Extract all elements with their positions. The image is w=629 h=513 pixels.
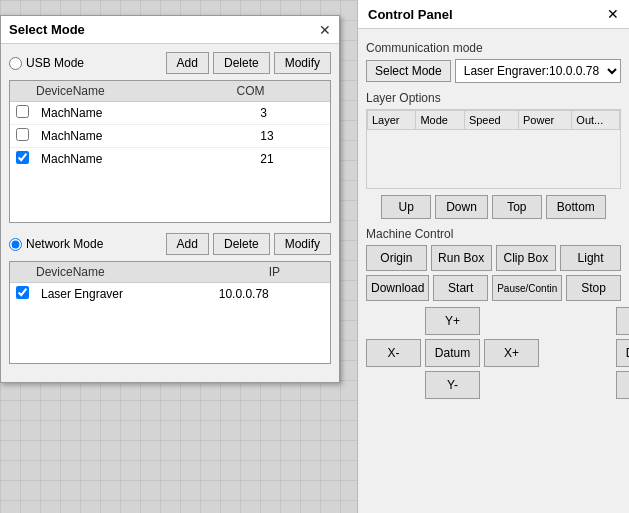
top-button[interactable]: Top (492, 195, 542, 219)
net-row-checkbox[interactable] (16, 286, 29, 299)
usb-mode-text: USB Mode (26, 56, 84, 70)
engraver-dropdown[interactable]: Laser Engraver:10.0.0.78 (455, 59, 621, 83)
usb-device-row[interactable]: MachName 3 (10, 102, 330, 125)
bottom-button[interactable]: Bottom (546, 195, 606, 219)
layer-col-power: Power (519, 111, 572, 130)
clip-box-button[interactable]: Clip Box (496, 245, 557, 271)
select-mode-dialog: Select Mode ✕ USB Mode Add Delete Modify… (0, 15, 340, 383)
machine-btns-row1: Origin Run Box Clip Box Light (366, 245, 621, 271)
datum-right-button[interactable]: Datum (616, 339, 629, 367)
stop-button[interactable]: Stop (566, 275, 621, 301)
x-minus-button[interactable]: X- (366, 339, 421, 367)
jog-empty-4 (557, 339, 612, 367)
pause-continue-button[interactable]: Pause/Contin (492, 275, 562, 301)
y-minus-button[interactable]: Y- (425, 371, 480, 399)
cp-titlebar: Control Panel ✕ (358, 0, 629, 29)
usb-modify-button[interactable]: Modify (274, 52, 331, 74)
up-button[interactable]: Up (381, 195, 431, 219)
usb-row-checkbox[interactable] (16, 151, 29, 164)
usb-col-devicename: DeviceName (30, 81, 231, 102)
y-plus-button[interactable]: Y+ (425, 307, 480, 335)
net-row-ip: 10.0.0.78 (213, 283, 330, 305)
dialog-body: USB Mode Add Delete Modify DeviceName CO… (1, 44, 339, 382)
net-col-devicename: DeviceName (30, 262, 263, 283)
dialog-title: Select Mode (9, 22, 85, 37)
layer-col-speed: Speed (464, 111, 518, 130)
net-table-body: Laser Engraver 10.0.0.78 (10, 283, 330, 363)
z-plus-button[interactable]: Z+ (616, 307, 629, 335)
usb-row-com: 3 (254, 102, 330, 125)
usb-row-com: 21 (254, 148, 330, 171)
usb-add-button[interactable]: Add (166, 52, 209, 74)
layer-table-wrap: Layer Mode Speed Power Out... (366, 109, 621, 189)
usb-device-row[interactable]: MachName 21 (10, 148, 330, 171)
jog-divider-1 (543, 307, 553, 335)
cp-title: Control Panel (368, 7, 453, 22)
machine-section-label: Machine Control (366, 227, 621, 241)
datum-left-button[interactable]: Datum (425, 339, 480, 367)
usb-device-row[interactable]: MachName 13 (10, 125, 330, 148)
comm-section-label: Communication mode (366, 41, 621, 55)
jog-divider-3 (543, 371, 553, 399)
jog-grid: Y+ Z+ X- Datum X+ Datum Y- Z- (366, 307, 621, 399)
origin-button[interactable]: Origin (366, 245, 427, 271)
usb-row-checkbox[interactable] (16, 105, 29, 118)
jog-empty-1 (366, 307, 421, 335)
run-box-button[interactable]: Run Box (431, 245, 492, 271)
usb-device-table: DeviceName COM MachName 3 MachName 13 Ma… (9, 80, 331, 223)
usb-row-com: 13 (254, 125, 330, 148)
nav-btn-row: Up Down Top Bottom (366, 195, 621, 219)
usb-row-name: MachName (35, 102, 254, 125)
usb-col-com: COM (231, 81, 330, 102)
usb-row-name: MachName (35, 125, 254, 148)
jog-divider-2 (543, 339, 553, 367)
network-mode-radio[interactable] (9, 238, 22, 251)
network-mode-label[interactable]: Network Mode (9, 237, 103, 251)
usb-mode-label[interactable]: USB Mode (9, 56, 84, 70)
net-add-button[interactable]: Add (166, 233, 209, 255)
light-button[interactable]: Light (560, 245, 621, 271)
jog-empty-2 (484, 307, 539, 335)
machine-btns-row2: Download Start Pause/Contin Stop (366, 275, 621, 301)
layer-table: Layer Mode Speed Power Out... (367, 110, 620, 130)
network-device-table: DeviceName IP Laser Engraver 10.0.0.78 (9, 261, 331, 364)
jog-empty-7 (557, 371, 612, 399)
control-panel: Control Panel ✕ Communication mode Selec… (357, 0, 629, 513)
jog-empty-3 (557, 307, 612, 335)
cp-body: Communication mode Select Mode Laser Eng… (358, 29, 629, 405)
net-device-row[interactable]: Laser Engraver 10.0.0.78 (10, 283, 330, 305)
net-row-name: Laser Engraver (35, 283, 213, 305)
down-button[interactable]: Down (435, 195, 488, 219)
usb-delete-button[interactable]: Delete (213, 52, 270, 74)
layer-col-out: Out... (572, 111, 620, 130)
net-col-ip: IP (263, 262, 330, 283)
dialog-close-button[interactable]: ✕ (319, 23, 331, 37)
net-delete-button[interactable]: Delete (213, 233, 270, 255)
net-col-check (10, 262, 30, 283)
usb-table-body: MachName 3 MachName 13 MachName 21 (10, 102, 330, 222)
net-modify-button[interactable]: Modify (274, 233, 331, 255)
usb-mode-radio[interactable] (9, 57, 22, 70)
z-minus-button[interactable]: Z- (616, 371, 629, 399)
usb-col-check (10, 81, 30, 102)
cp-select-mode-button[interactable]: Select Mode (366, 60, 451, 82)
usb-row-name: MachName (35, 148, 254, 171)
jog-empty-5 (366, 371, 421, 399)
x-plus-button[interactable]: X+ (484, 339, 539, 367)
network-mode-row: Network Mode Add Delete Modify (9, 233, 331, 255)
comm-row: Select Mode Laser Engraver:10.0.0.78 (366, 59, 621, 83)
download-button[interactable]: Download (366, 275, 429, 301)
layer-col-mode: Mode (416, 111, 464, 130)
dialog-titlebar: Select Mode ✕ (1, 16, 339, 44)
usb-row-checkbox[interactable] (16, 128, 29, 141)
cp-close-button[interactable]: ✕ (607, 6, 619, 22)
usb-mode-row: USB Mode Add Delete Modify (9, 52, 331, 74)
layer-col-layer: Layer (368, 111, 416, 130)
layer-section-label: Layer Options (366, 91, 621, 105)
start-button[interactable]: Start (433, 275, 488, 301)
network-mode-text: Network Mode (26, 237, 103, 251)
jog-empty-6 (484, 371, 539, 399)
